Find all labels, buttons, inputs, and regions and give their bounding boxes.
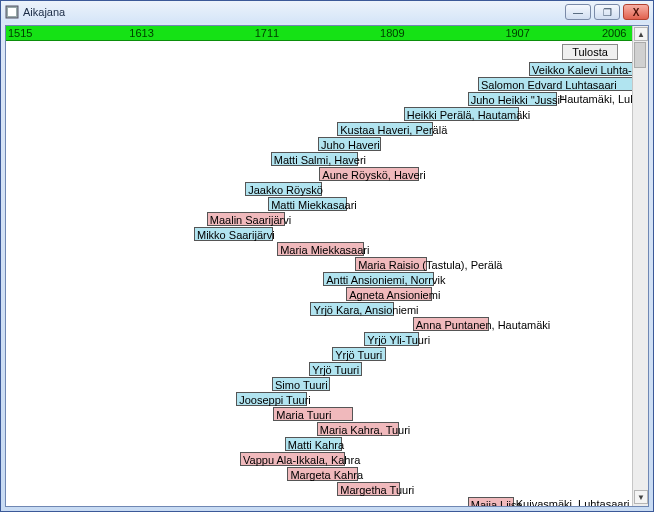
axis-tick: 2006 bbox=[602, 26, 626, 40]
timeline-bar[interactable]: Maria Raisio (Tastula), Perälä bbox=[355, 257, 427, 271]
bar-overflow-label: Hautamäki, Luhta bbox=[559, 92, 632, 106]
timeline-plot: 151516131711180919072006 TulostaVeikko K… bbox=[6, 26, 632, 506]
timeline-bar[interactable]: Anna Puntanen, Hautamäki bbox=[413, 317, 490, 331]
window-frame: Aikajana — ❐ X 151516131711180919072006 … bbox=[0, 0, 654, 512]
timeline-bar[interactable]: Juho Haveri bbox=[318, 137, 381, 151]
timeline-bar[interactable]: Maria Miekkasaari bbox=[277, 242, 364, 256]
axis-tick: 1515 bbox=[8, 26, 32, 40]
timeline-bar[interactable]: Matti Salmi, Haveri bbox=[271, 152, 358, 166]
bar-overflow-label: Kuivasmäki, Luhtasaari bbox=[516, 497, 630, 506]
timeline-bar[interactable]: Juho Heikki ''Jussi'' bbox=[468, 92, 558, 106]
timeline-bar[interactable]: Margeta Kahra bbox=[287, 467, 357, 481]
timeline-bar[interactable]: Kustaa Haveri, Perälä bbox=[337, 122, 433, 136]
timeline-bar[interactable]: Veikko Kalevi Luhta- bbox=[529, 62, 632, 76]
timeline-bar[interactable]: Simo Tuuri bbox=[272, 377, 330, 391]
timeline-bar[interactable]: Yrjö Kara, Ansioniemi bbox=[310, 302, 393, 316]
scroll-down-button[interactable]: ▼ bbox=[634, 490, 648, 504]
window-buttons: — ❐ X bbox=[565, 4, 649, 20]
timeline-bar[interactable]: Maria Tuuri bbox=[273, 407, 352, 421]
minimize-button[interactable]: — bbox=[565, 4, 591, 20]
axis-tick: 1613 bbox=[129, 26, 153, 40]
axis-tick: 1907 bbox=[505, 26, 529, 40]
print-button[interactable]: Tulosta bbox=[562, 44, 618, 60]
scroll-up-button[interactable]: ▲ bbox=[634, 27, 648, 41]
client-area: 151516131711180919072006 TulostaVeikko K… bbox=[5, 25, 649, 507]
timeline-bar[interactable]: Antti Ansioniemi, Norrvik bbox=[323, 272, 434, 286]
timeline-bar[interactable]: Aune Röyskö, Haveri bbox=[319, 167, 419, 181]
time-axis: 151516131711180919072006 bbox=[6, 26, 632, 41]
timeline-bar[interactable]: Mikko Saarijärvi bbox=[194, 227, 273, 241]
svg-rect-1 bbox=[8, 8, 16, 16]
timeline-bar[interactable]: Salomon Edvard Luhtasaari bbox=[478, 77, 632, 91]
timeline-bar[interactable]: Maija Liisa bbox=[468, 497, 514, 506]
timeline-bar[interactable]: Jaakko Röyskö bbox=[245, 182, 322, 196]
timeline-bar[interactable]: Matti Kahra bbox=[285, 437, 343, 451]
timeline-bar[interactable]: Heikki Perälä, Hautamäki bbox=[404, 107, 519, 121]
app-icon bbox=[5, 5, 19, 19]
timeline-bar[interactable]: Yrjö Tuuri bbox=[309, 362, 361, 376]
vertical-scrollbar[interactable]: ▲ ▼ bbox=[632, 26, 648, 506]
axis-tick: 1711 bbox=[255, 26, 279, 40]
titlebar[interactable]: Aikajana — ❐ X bbox=[1, 1, 653, 23]
timeline-bar[interactable]: Maria Kahra, Tuuri bbox=[317, 422, 399, 436]
timeline-bar[interactable]: Jooseppi Tuuri bbox=[236, 392, 306, 406]
maximize-button[interactable]: ❐ bbox=[594, 4, 620, 20]
scroll-thumb[interactable] bbox=[634, 42, 646, 68]
axis-tick: 1809 bbox=[380, 26, 404, 40]
timeline-bar[interactable]: Agneta Ansioniemi bbox=[346, 287, 432, 301]
timeline-bar[interactable]: Vappu Ala-Ikkala, Kahra bbox=[240, 452, 345, 466]
timeline-bar[interactable]: Matti Miekkasaari bbox=[268, 197, 347, 211]
close-button[interactable]: X bbox=[623, 4, 649, 20]
timeline-bar[interactable]: Maalin Saarijärvi bbox=[207, 212, 285, 226]
window-title: Aikajana bbox=[23, 6, 65, 18]
timeline-bar[interactable]: Yrjö Yli-Tuuri bbox=[364, 332, 419, 346]
timeline-bar[interactable]: Yrjö Tuuri bbox=[332, 347, 386, 361]
timeline-bar[interactable]: Margetha Tuuri bbox=[337, 482, 400, 496]
